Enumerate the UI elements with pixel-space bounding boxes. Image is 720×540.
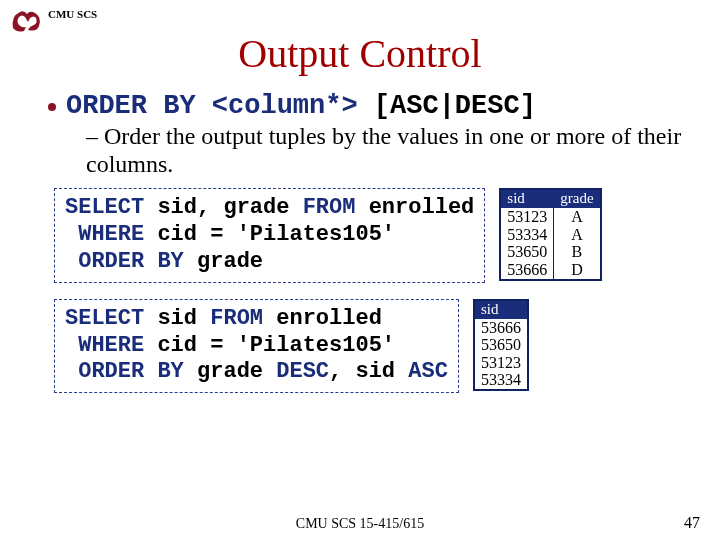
- sql1-t3: cid = 'Pilates105': [144, 222, 395, 247]
- td: D: [554, 261, 601, 280]
- th-grade: grade: [554, 189, 601, 208]
- example-2: SELECT sid FROM enrolled WHERE cid = 'Pi…: [20, 299, 700, 393]
- bullet-syntax: ORDER BY <column*> [ASC|DESC]: [20, 91, 700, 121]
- td: A: [554, 226, 601, 244]
- sql2-t2: enrolled: [263, 306, 382, 331]
- td: 53334: [474, 371, 528, 390]
- table-row: 53650B: [500, 243, 600, 261]
- description-text: Order the output tuples by the values in…: [86, 123, 681, 177]
- table-header-row: sid grade: [500, 189, 600, 208]
- footer: CMU SCS 15-415/615: [0, 516, 720, 532]
- dash-icon: –: [86, 123, 104, 149]
- sql1-t1: sid, grade: [144, 195, 302, 220]
- result-table-1: sid grade 53123A 53334A 53650B 53666D: [499, 188, 601, 280]
- sql2-k1: SELECT: [65, 306, 144, 331]
- table-row: 53334: [474, 371, 528, 390]
- sql1-t4: grade: [184, 249, 263, 274]
- td: A: [554, 208, 601, 226]
- table-row: 53123: [474, 354, 528, 372]
- example-1: SELECT sid, grade FROM enrolled WHERE ci…: [20, 188, 700, 282]
- td: 53666: [474, 318, 528, 336]
- table-header-row: sid: [474, 300, 528, 319]
- sql2-t4: grade: [184, 359, 276, 384]
- sql1-k4: ORDER BY: [65, 249, 184, 274]
- sql1-k3: WHERE: [65, 222, 144, 247]
- page-number: 47: [684, 514, 700, 532]
- th-sid: sid: [500, 189, 554, 208]
- sql2-t3: cid = 'Pilates105': [144, 333, 395, 358]
- sql1-t2: enrolled: [355, 195, 474, 220]
- th-sid2: sid: [474, 300, 528, 319]
- sql1-k1: SELECT: [65, 195, 144, 220]
- td: 53334: [500, 226, 554, 244]
- td: 53123: [474, 354, 528, 372]
- slide: CMU SCS Output Control ORDER BY <column*…: [0, 0, 720, 540]
- bullet-icon: [48, 103, 56, 111]
- sql2-k6: ASC: [408, 359, 448, 384]
- syntax-col: <column*>: [212, 91, 358, 121]
- table-row: 53666D: [500, 261, 600, 280]
- sql2-t1: sid: [144, 306, 210, 331]
- sql2-t5: , sid: [329, 359, 408, 384]
- description: –Order the output tuples by the values i…: [20, 123, 700, 178]
- sql2-k5: DESC: [276, 359, 329, 384]
- sql2-k3: WHERE: [65, 333, 144, 358]
- result-table-2: sid 53666 53650 53123 53334: [473, 299, 529, 391]
- header-label: CMU SCS: [48, 8, 97, 20]
- sql2-k2: FROM: [210, 306, 263, 331]
- table-row: 53334A: [500, 226, 600, 244]
- syntax-opts: [ASC|DESC]: [374, 91, 536, 121]
- td: 53123: [500, 208, 554, 226]
- syntax-keyword: ORDER BY: [66, 91, 196, 121]
- cmu-logo: [10, 6, 44, 34]
- sql-box-1: SELECT sid, grade FROM enrolled WHERE ci…: [54, 188, 485, 282]
- sql1-k2: FROM: [303, 195, 356, 220]
- td: 53650: [474, 336, 528, 354]
- sql-box-2: SELECT sid FROM enrolled WHERE cid = 'Pi…: [54, 299, 459, 393]
- td: 53666: [500, 261, 554, 280]
- table-row: 53650: [474, 336, 528, 354]
- slide-title: Output Control: [20, 30, 700, 77]
- table-row: 53123A: [500, 208, 600, 226]
- td: B: [554, 243, 601, 261]
- table-row: 53666: [474, 318, 528, 336]
- syntax-text: ORDER BY <column*> [ASC|DESC]: [66, 91, 536, 121]
- sql2-k4: ORDER BY: [65, 359, 184, 384]
- td: 53650: [500, 243, 554, 261]
